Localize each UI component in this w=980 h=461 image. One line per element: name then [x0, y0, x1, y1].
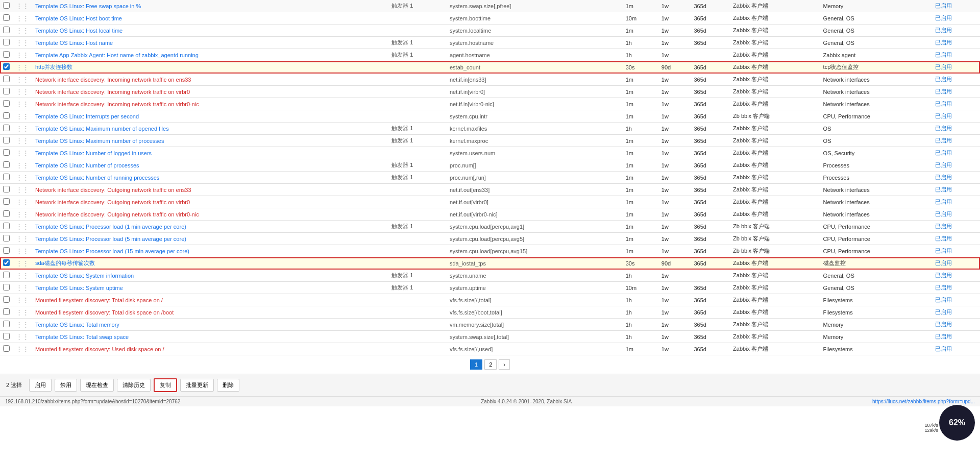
trigger-link[interactable]: 触发器 1 — [391, 162, 413, 168]
enable-button[interactable]: 启用 — [29, 379, 52, 392]
drag-handle[interactable]: ⋮⋮ — [13, 221, 32, 233]
drag-handle[interactable]: ⋮⋮ — [13, 0, 32, 12]
trigger-link[interactable]: 触发器 1 — [391, 39, 413, 45]
row-checkbox[interactable] — [3, 284, 10, 290]
drag-handle[interactable]: ⋮⋮ — [13, 257, 32, 270]
item-name-link[interactable]: Template OS Linux: System uptime — [35, 285, 123, 291]
item-name-link[interactable]: Template OS Linux: Host local time — [35, 28, 122, 34]
page-next-button[interactable]: › — [499, 359, 510, 370]
trigger-link[interactable]: 触发器 1 — [391, 137, 413, 143]
row-checkbox[interactable] — [3, 76, 10, 82]
drag-handle[interactable]: ⋮⋮ — [13, 233, 32, 245]
drag-handle[interactable]: ⋮⋮ — [13, 319, 32, 331]
item-name-link[interactable]: Template OS Linux: Host name — [35, 40, 113, 46]
disable-button[interactable]: 禁用 — [55, 379, 77, 392]
drag-handle[interactable]: ⋮⋮ — [13, 282, 32, 294]
row-checkbox[interactable] — [3, 223, 10, 229]
item-name-link[interactable]: Template App Zabbix Agent: Host name of … — [35, 52, 199, 58]
trigger-link[interactable]: 触发器 1 — [391, 52, 413, 58]
drag-handle[interactable]: ⋮⋮ — [13, 61, 32, 74]
row-checkbox[interactable] — [3, 247, 10, 254]
row-checkbox[interactable] — [3, 63, 10, 70]
row-checkbox[interactable] — [3, 100, 10, 107]
row-checkbox[interactable] — [3, 186, 10, 192]
drag-handle[interactable]: ⋮⋮ — [13, 74, 32, 86]
row-checkbox[interactable] — [3, 2, 10, 9]
drag-handle[interactable]: ⋮⋮ — [13, 159, 32, 172]
item-name-link[interactable]: Template OS Linux: Free swap space in % — [35, 3, 141, 9]
item-name-link[interactable]: Network interface discovery: Incoming ne… — [35, 89, 190, 95]
row-checkbox[interactable] — [3, 333, 10, 339]
row-checkbox[interactable] — [3, 321, 10, 327]
item-name-link[interactable]: Network interface discovery: Incoming ne… — [35, 101, 199, 107]
drag-handle[interactable]: ⋮⋮ — [13, 270, 32, 282]
item-name-link[interactable]: Mounted filesystem discovery: Total disk… — [35, 297, 163, 303]
row-checkbox[interactable] — [3, 308, 10, 315]
drag-handle[interactable]: ⋮⋮ — [13, 245, 32, 257]
delete-button[interactable]: 删除 — [217, 379, 239, 392]
batch-update-button[interactable]: 批量更新 — [180, 379, 214, 392]
row-checkbox[interactable] — [3, 198, 10, 205]
row-checkbox[interactable] — [3, 149, 10, 156]
item-name-link[interactable]: Template OS Linux: System information — [35, 273, 134, 279]
drag-handle[interactable]: ⋮⋮ — [13, 196, 32, 208]
drag-handle[interactable]: ⋮⋮ — [13, 25, 32, 37]
item-name-link[interactable]: Mounted filesystem discovery: Total disk… — [35, 309, 174, 316]
item-name-link[interactable]: Template OS Linux: Processor load (15 mi… — [35, 248, 189, 254]
row-checkbox[interactable] — [3, 210, 10, 217]
item-name-link[interactable]: Network interface discovery: Incoming ne… — [35, 77, 191, 83]
row-checkbox[interactable] — [3, 235, 10, 241]
drag-handle[interactable]: ⋮⋮ — [13, 331, 32, 343]
drag-handle[interactable]: ⋮⋮ — [13, 184, 32, 196]
drag-handle[interactable]: ⋮⋮ — [13, 86, 32, 98]
item-name-link[interactable]: Template OS Linux: Number of running pro… — [35, 175, 159, 181]
row-checkbox[interactable] — [3, 125, 10, 131]
item-name-link[interactable]: Network interface discovery: Outgoing ne… — [35, 211, 199, 217]
drag-handle[interactable]: ⋮⋮ — [13, 172, 32, 184]
drag-handle[interactable]: ⋮⋮ — [13, 49, 32, 61]
drag-handle[interactable]: ⋮⋮ — [13, 110, 32, 123]
item-name-link[interactable]: Template OS Linux: Processor load (1 min… — [35, 224, 186, 230]
item-name-link[interactable]: Template OS Linux: Host boot time — [35, 15, 122, 21]
row-checkbox[interactable] — [3, 39, 10, 45]
item-name-link[interactable]: Template OS Linux: Number of logged in u… — [35, 150, 152, 156]
row-checkbox[interactable] — [3, 88, 10, 94]
copy-button[interactable]: 复制 — [154, 378, 177, 392]
row-checkbox[interactable] — [3, 14, 10, 21]
row-checkbox[interactable] — [3, 259, 10, 266]
item-name-link[interactable]: Network interface discovery: Outgoing ne… — [35, 187, 191, 193]
drag-handle[interactable]: ⋮⋮ — [13, 98, 32, 110]
drag-handle[interactable]: ⋮⋮ — [13, 135, 32, 147]
drag-handle[interactable]: ⋮⋮ — [13, 123, 32, 135]
item-name-link[interactable]: sda磁盘的每秒传输次数 — [35, 260, 95, 266]
trigger-link[interactable]: 触发器 1 — [391, 3, 413, 9]
trigger-link[interactable]: 触发器 1 — [391, 284, 413, 290]
drag-handle[interactable]: ⋮⋮ — [13, 147, 32, 159]
trigger-link[interactable]: 触发器 1 — [391, 174, 413, 180]
item-name-link[interactable]: Template OS Linux: Number of processes — [35, 162, 139, 168]
page-1-button[interactable]: 1 — [470, 359, 482, 370]
item-name-link[interactable]: Template OS Linux: Processor load (5 min… — [35, 236, 186, 242]
row-checkbox[interactable] — [3, 296, 10, 303]
item-name-link[interactable]: Template OS Linux: Total memory — [35, 322, 119, 328]
clear-history-button[interactable]: 清除历史 — [117, 379, 151, 392]
trigger-link[interactable]: 触发器 1 — [391, 223, 413, 229]
drag-handle[interactable]: ⋮⋮ — [13, 37, 32, 49]
row-checkbox[interactable] — [3, 27, 10, 33]
page-2-button[interactable]: 2 — [484, 359, 497, 370]
row-checkbox[interactable] — [3, 345, 10, 352]
item-name-link[interactable]: http并发连接数 — [35, 64, 72, 70]
drag-handle[interactable]: ⋮⋮ — [13, 12, 32, 25]
item-name-link[interactable]: Mounted filesystem discovery: Used disk … — [35, 346, 164, 352]
item-name-link[interactable]: Template OS Linux: Total swap space — [35, 334, 129, 340]
trigger-link[interactable]: 触发器 1 — [391, 272, 413, 278]
row-checkbox[interactable] — [3, 161, 10, 168]
row-checkbox[interactable] — [3, 137, 10, 143]
drag-handle[interactable]: ⋮⋮ — [13, 343, 32, 355]
row-checkbox[interactable] — [3, 174, 10, 180]
check-now-button[interactable]: 现在检查 — [80, 379, 114, 392]
item-name-link[interactable]: Template OS Linux: Maximum number of ope… — [35, 126, 169, 132]
drag-handle[interactable]: ⋮⋮ — [13, 294, 32, 306]
trigger-link[interactable]: 触发器 1 — [391, 125, 413, 131]
row-checkbox[interactable] — [3, 272, 10, 278]
